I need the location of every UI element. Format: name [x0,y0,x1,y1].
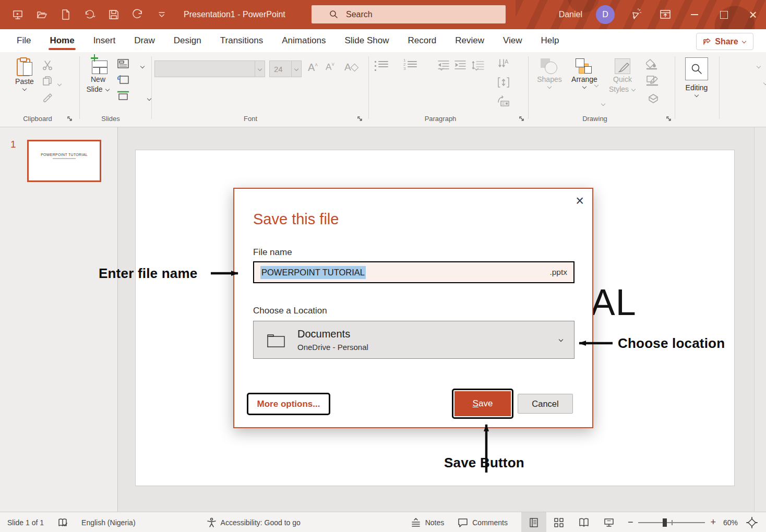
tab-home[interactable]: Home [47,30,76,52]
shape-fill-icon[interactable] [646,58,660,70]
clear-formatting-button[interactable]: A [344,62,357,73]
line-spacing-icon[interactable] [471,59,485,71]
slideshow-view-button[interactable] [596,512,621,532]
text-direction-icon[interactable]: A [497,57,510,71]
close-window-button[interactable]: × [745,7,761,22]
cancel-button[interactable]: Cancel [518,394,573,414]
align-text-icon[interactable] [497,76,510,89]
shapes-button[interactable]: Shapes [535,58,564,89]
smartart-chevron-icon[interactable] [601,102,606,106]
folder-icon [266,332,286,348]
paste-button[interactable]: Paste [11,57,38,91]
more-options-button[interactable]: More options... [247,393,330,415]
new-file-icon[interactable] [59,8,72,21]
zoom-level[interactable]: 60% [723,518,738,527]
share-button[interactable]: Share [696,33,753,50]
zoom-slider-thumb[interactable] [663,518,667,527]
tab-record[interactable]: Record [405,30,438,52]
feedback-megaphone-icon[interactable] [628,7,644,22]
user-name[interactable]: Daniel [559,10,582,19]
zoom-slider[interactable] [638,522,705,523]
tab-review[interactable]: Review [453,30,486,52]
notes-button[interactable]: Notes [411,518,445,527]
tab-help[interactable]: Help [539,30,561,52]
save-button[interactable]: Save [454,391,511,416]
tab-slide-show[interactable]: Slide Show [342,30,391,52]
zoom-in-button[interactable]: + [710,517,716,528]
shrink-font-button[interactable]: A˅ [326,62,334,72]
undo-icon[interactable] [83,8,96,21]
section-icon[interactable] [117,90,129,101]
format-painter-icon[interactable] [42,92,53,103]
tab-transitions[interactable]: Transitions [218,30,266,52]
file-name-input[interactable]: POWERPOINT TUTORIAL .pptx [253,261,574,283]
redo-icon[interactable] [131,8,144,21]
slide-layout-icon[interactable] [117,58,129,69]
customize-qat-icon[interactable] [155,8,168,21]
copy-icon[interactable] [42,75,53,87]
shape-effects-icon[interactable] [647,93,660,104]
arrange-chevron-icon [582,85,587,89]
save-icon[interactable] [107,8,120,21]
spellcheck-icon[interactable] [57,517,68,528]
section-chevron-icon[interactable] [147,97,152,101]
copy-chevron-icon[interactable] [57,82,62,86]
increase-indent-icon[interactable] [454,59,466,71]
slide-sorter-view-button[interactable] [546,512,571,532]
tab-animations[interactable]: Animations [280,30,328,52]
editing-button[interactable]: Editing [681,57,712,97]
quick-styles-button[interactable]: Quick Styles [604,58,641,94]
maximize-button[interactable] [716,7,732,22]
fit-slide-to-window-button[interactable] [746,517,758,528]
grow-font-button[interactable]: A˄ [308,62,318,74]
slide-thumbnail[interactable]: POWERPOINT TUTORIAL [27,140,101,182]
language-indicator[interactable]: English (Nigeria) [81,518,135,527]
paragraph-dialog-launcher[interactable] [519,116,525,122]
font-size-chevron-icon[interactable] [291,61,301,77]
new-slide-button[interactable]: New Slide [83,57,113,94]
drawing-dialog-launcher[interactable] [666,116,672,122]
numbering-button[interactable]: 1 2 3 [403,59,417,69]
shape-outline-icon[interactable] [646,75,660,87]
arrange-label: Arrange [571,75,597,84]
tab-design[interactable]: Design [172,30,204,52]
font-size-combobox[interactable]: 24 [269,61,302,77]
tab-insert[interactable]: Insert [91,30,118,52]
reading-view-button[interactable] [571,512,596,532]
accessibility-icon [207,517,217,527]
shape-fill-chevron-icon[interactable] [757,65,761,68]
start-slideshow-icon[interactable] [11,8,24,21]
paste-chevron-icon [22,87,27,91]
font-dialog-launcher[interactable] [357,116,363,122]
avatar[interactable]: D [596,5,615,24]
layout-chevron-icon[interactable] [140,65,145,68]
clipboard-dialog-launcher[interactable] [67,116,73,122]
bullets-button[interactable] [375,59,388,69]
arrange-button[interactable]: Arrange [568,58,601,89]
dialog-close-button[interactable]: × [576,193,584,209]
normal-view-button[interactable] [521,512,546,532]
tab-file[interactable]: File [15,30,33,52]
share-chevron-icon [742,40,747,43]
convert-smartart-icon[interactable] [497,95,510,107]
slide-indicator[interactable]: Slide 1 of 1 [7,518,44,527]
tab-draw[interactable]: Draw [132,30,157,52]
location-dropdown[interactable]: Documents OneDrive - Personal [253,321,574,359]
cut-icon[interactable] [42,59,53,71]
ribbon-display-options-icon[interactable] [657,7,673,22]
accessibility-item[interactable]: Accessibility: Good to go [207,517,301,527]
shape-outline-chevron-icon[interactable] [763,81,766,85]
vertical-scrollbar[interactable] [754,127,766,512]
open-file-icon[interactable] [35,8,48,21]
minimize-button[interactable] [687,7,702,22]
reset-slide-icon[interactable] [117,74,129,86]
font-name-chevron-icon[interactable] [255,61,265,77]
comments-button[interactable]: Comments [458,518,508,527]
tab-view[interactable]: View [501,30,524,52]
decrease-indent-icon[interactable] [437,59,450,71]
zoom-out-button[interactable]: − [628,517,633,528]
search-box[interactable]: Search [312,5,506,23]
new-slide-label-2: Slide [86,85,102,94]
font-name-combobox[interactable] [154,61,265,77]
window-title: Presentation1 - PowerPoint [184,0,285,29]
